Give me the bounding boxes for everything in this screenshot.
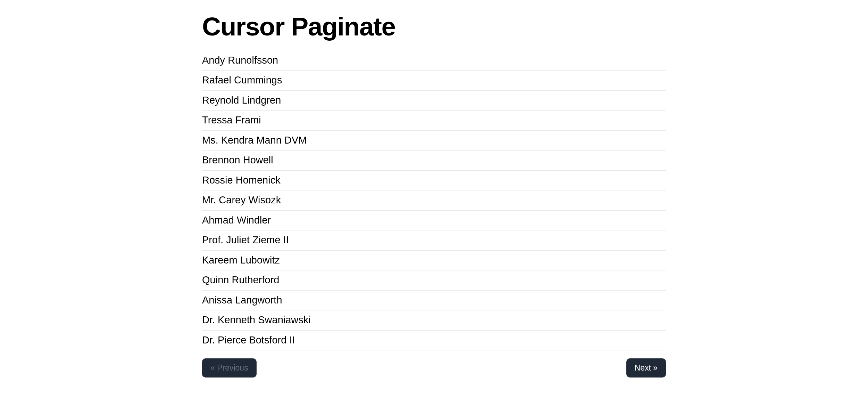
pagination: « Previous Next » — [202, 358, 666, 378]
list-item: Anissa Langworth — [202, 291, 666, 311]
list-item: Reynold Lindgren — [202, 91, 666, 111]
list-item: Brennon Howell — [202, 151, 666, 171]
list-item: Dr. Kenneth Swaniawski — [202, 310, 666, 331]
user-list: Andy Runolfsson Rafael Cummings Reynold … — [202, 51, 666, 351]
list-item: Quinn Rutherford — [202, 270, 666, 291]
list-item: Rossie Homenick — [202, 171, 666, 191]
list-item: Prof. Juliet Zieme II — [202, 230, 666, 251]
list-item: Ms. Kendra Mann DVM — [202, 131, 666, 151]
list-item: Mr. Carey Wisozk — [202, 190, 666, 211]
list-item: Rafael Cummings — [202, 71, 666, 91]
list-item: Ahmad Windler — [202, 211, 666, 231]
list-item: Kareem Lubowitz — [202, 251, 666, 271]
next-button[interactable]: Next » — [626, 358, 666, 378]
list-item: Tressa Frami — [202, 111, 666, 131]
list-item: Dr. Pierce Botsford II — [202, 331, 666, 351]
page-title: Cursor Paginate — [202, 12, 666, 41]
list-item: Andy Runolfsson — [202, 51, 666, 71]
previous-button[interactable]: « Previous — [202, 358, 257, 378]
